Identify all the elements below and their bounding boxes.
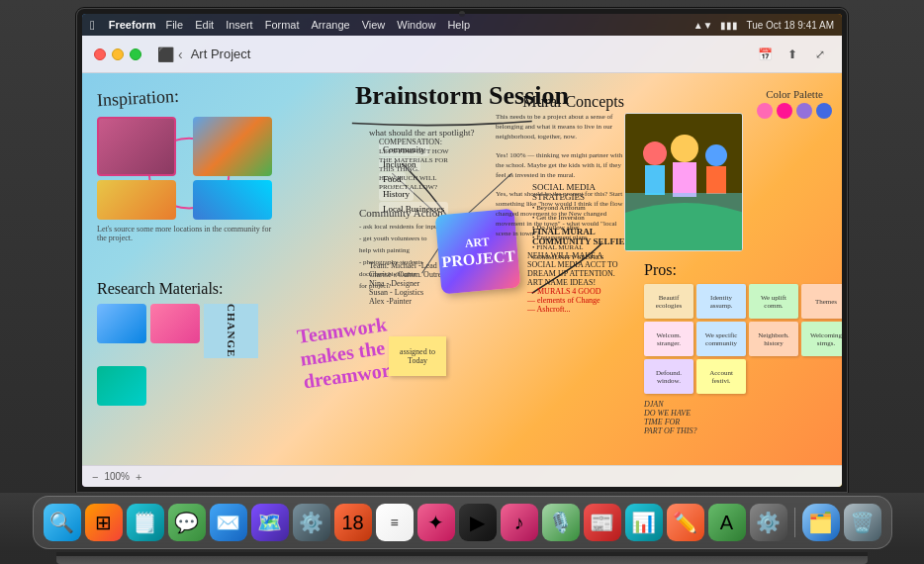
dock-tv[interactable]: ▶	[459, 504, 497, 541]
assigned-today-sticky: assigned toToday	[389, 336, 446, 376]
menu-window[interactable]: Window	[397, 19, 435, 31]
dock-podcast[interactable]: 🎙️	[542, 504, 580, 541]
close-button[interactable]	[94, 48, 106, 60]
svg-rect-10	[673, 162, 696, 197]
inspiration-caption: Let's source some more locations in the …	[97, 225, 275, 242]
canvas-area[interactable]: Inspiration: Let's source some more loca…	[82, 73, 842, 465]
sticky-5: Welcom.stranger.	[644, 322, 693, 356]
color-dot-1	[757, 103, 773, 119]
laptop-hinge	[56, 552, 868, 556]
menubar-left:  Freeform File Edit Insert Format Arran…	[90, 18, 693, 33]
dock-mail[interactable]: ✉️	[210, 504, 247, 541]
menu-arrange[interactable]: Arrange	[312, 19, 350, 31]
titlebar-tools: 📅 ⬆ ⤢	[755, 45, 830, 64]
menu-edit[interactable]: Edit	[195, 19, 214, 31]
menu-format[interactable]: Format	[265, 19, 300, 31]
toolbar-calendar-icon[interactable]: 📅	[755, 45, 775, 64]
dock-numbers[interactable]: 📊	[625, 504, 663, 541]
dock-calendar[interactable]: 18	[334, 504, 372, 541]
sticky-9: Defound.window.	[644, 359, 693, 394]
dock-system[interactable]: ⚙️	[750, 504, 787, 541]
dock-container: 🔍 ⊞ 🗒️ 💬 ✉️ 🗺️ ⚙️ 18 ≡ ✦ ▶ ♪ 🎙️ 📰 📊 ✏️ A…	[0, 493, 924, 552]
research-image-1	[97, 304, 146, 343]
sticky-1: Beautifecologies	[644, 284, 693, 319]
art-spotlight-note: what should the art spotlight?	[369, 128, 474, 138]
mural-description: This needs to be a project about a sense…	[496, 113, 624, 238]
dock-appstore[interactable]: A	[708, 504, 746, 541]
pros-title: Pros:	[644, 261, 812, 279]
minimize-button[interactable]	[112, 48, 124, 60]
color-palette-dots	[757, 103, 832, 119]
menubar-wifi: ▲▼	[693, 20, 713, 31]
apple-menu[interactable]: 	[90, 18, 95, 33]
traffic-lights	[94, 48, 141, 60]
svg-point-7	[643, 141, 667, 165]
dock-freeform[interactable]: ✦	[417, 504, 455, 541]
dock-launchpad[interactable]: ⊞	[85, 504, 123, 541]
research-section: Research Materials: CHANGE	[97, 280, 295, 406]
research-image-3	[97, 366, 146, 406]
menubar-items: File Edit Insert Format Arrange View Win…	[165, 19, 470, 31]
dock-notes[interactable]: 🗒️	[127, 504, 164, 541]
dock-music[interactable]: ♪	[501, 504, 538, 541]
nav-chevron-back[interactable]: ‹	[178, 47, 183, 62]
menubar-datetime: Tue Oct 18 9:41 AM	[746, 20, 834, 31]
menu-insert[interactable]: Insert	[226, 19, 253, 31]
dock-trash[interactable]: 🗑️	[844, 504, 881, 541]
menu-view[interactable]: View	[362, 19, 386, 31]
color-palette-section: Color Palette	[757, 88, 832, 119]
titlebar-nav[interactable]: ⬛ ‹	[157, 47, 183, 62]
change-sticky: CHANGE	[204, 304, 258, 358]
menubar-battery: ▮▮▮	[720, 20, 738, 31]
dock-news[interactable]: 📰	[584, 504, 621, 541]
dock-settings[interactable]: ⚙️	[293, 504, 330, 541]
inspiration-section: Inspiration: Let's source some more loca…	[97, 88, 285, 242]
dock-notes2[interactable]: ≡	[376, 504, 414, 541]
svg-point-11	[705, 144, 727, 166]
screen-bezel:  Freeform File Edit Insert Format Arran…	[76, 8, 848, 493]
svg-point-9	[671, 135, 698, 162]
svg-rect-8	[645, 165, 665, 195]
zoom-minus[interactable]: −	[92, 471, 98, 483]
sticky-6: We specificcommunity	[696, 322, 746, 356]
menubar-right: ▲▼ ▮▮▮ Tue Oct 18 9:41 AM	[693, 20, 834, 31]
bottom-toolbar: − 100% +	[82, 465, 842, 487]
dock-finder2[interactable]: 🗂️	[802, 504, 840, 541]
dock-maps[interactable]: 🗺️	[251, 504, 289, 541]
project-text: PROJECT	[441, 246, 516, 270]
titlebar: ⬛ ‹ Art Project 📅 ⬆ ⤢	[82, 36, 842, 73]
pros-section: Pros: Beautifecologies Identityassump. W…	[644, 261, 812, 435]
research-title: Research Materials:	[97, 280, 295, 298]
inspiration-image-4	[193, 180, 272, 220]
menu-file[interactable]: File	[165, 19, 183, 31]
inspiration-title: Inspiration:	[97, 86, 180, 111]
dock-messages[interactable]: 💬	[168, 504, 206, 541]
dock-separator	[794, 508, 795, 537]
sticky-2: Identityassump.	[696, 284, 746, 319]
pros-grid: Beautifecologies Identityassump. We upli…	[644, 284, 812, 394]
dock-finder[interactable]: 🔍	[44, 504, 81, 541]
nav-back-icon[interactable]: ⬛	[157, 47, 174, 62]
color-dot-3	[796, 103, 812, 119]
mural-illustration	[624, 113, 743, 251]
maximize-button[interactable]	[130, 48, 141, 60]
color-dot-4	[816, 103, 832, 119]
inspiration-images	[97, 117, 285, 220]
research-images: CHANGE	[97, 304, 295, 406]
laptop-bottom	[56, 552, 868, 564]
zoom-plus[interactable]: +	[136, 471, 141, 483]
inspiration-image-1	[97, 117, 176, 176]
app-name[interactable]: Freeform	[109, 19, 156, 31]
assigned-today-text: assigned toToday	[400, 347, 435, 365]
toolbar-share-icon[interactable]: ⬆	[783, 45, 802, 64]
sticky-8: Welcomingstrngs.	[801, 322, 842, 356]
sticky-10: Accountfestivi.	[696, 359, 746, 394]
dock-pencil[interactable]: ✏️	[667, 504, 704, 541]
toolbar-fullscreen-icon[interactable]: ⤢	[810, 45, 830, 64]
sticky-7: Neighborh.history	[749, 322, 798, 356]
menu-help[interactable]: Help	[447, 19, 470, 31]
research-image-2	[150, 304, 200, 343]
svg-rect-12	[706, 166, 726, 194]
change-text: CHANGE	[226, 304, 237, 357]
color-dot-2	[777, 103, 792, 119]
